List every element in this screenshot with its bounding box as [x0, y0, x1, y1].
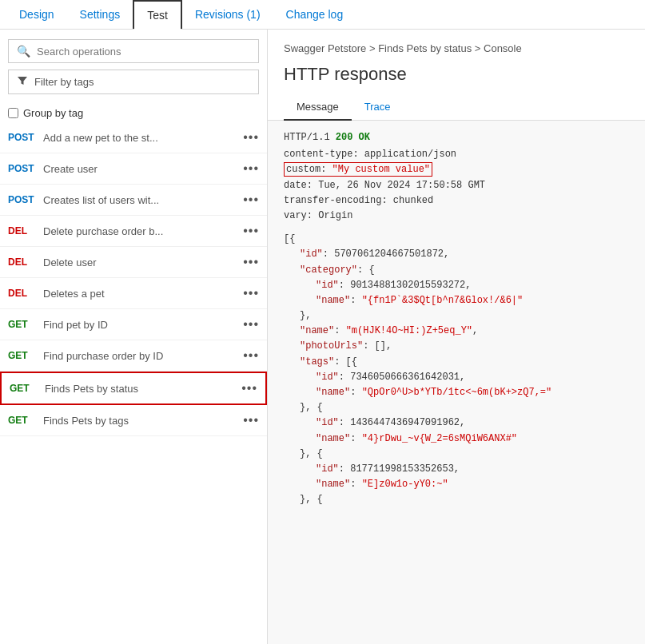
method-badge-post-3: POST [8, 194, 37, 205]
method-badge-del-3: DEL [8, 288, 37, 299]
op-name-creates-list: Creates list of users wit... [43, 194, 237, 206]
tab-settings[interactable]: Settings [67, 0, 133, 29]
json-line-id1: "id": 5707061204667501872, [300, 247, 629, 262]
tab-changelog[interactable]: Change log [273, 0, 356, 29]
json-line-tag3-name: "name": "E]z0w1o-yY0:~" [316, 477, 629, 492]
op-item-del-order[interactable]: DEL Delete purchase order b... ••• [0, 216, 267, 247]
operations-list: POST Add a new pet to the st... ••• POST… [0, 122, 267, 644]
json-response-body: [{ "id": 5707061204667501872, "category"… [284, 232, 629, 507]
http-status-line: HTTP/1.1 200 OK [284, 130, 629, 145]
json-line-tag3-id: "id": 817711998153352653, [316, 462, 629, 477]
group-by-row: Group by tag [0, 99, 267, 122]
json-line-cat-name: "name": "{fn1P`&3$Qt[b^n7&Glox!/&6|" [316, 293, 629, 308]
custom-header-bordered: custom: "My custom value" [284, 162, 432, 177]
method-badge-get-3: GET [10, 383, 38, 394]
op-item-finds-pets-tags[interactable]: GET Finds Pets by tags ••• [0, 405, 267, 436]
method-badge-post-2: POST [8, 163, 37, 174]
op-dots-8[interactable]: ••• [243, 348, 259, 363]
json-line-cat-id: "id": 90134881302015593272, [316, 278, 629, 293]
op-name-del-order: Delete purchase order b... [43, 225, 237, 237]
op-item-create-users-list[interactable]: POST Creates list of users wit... ••• [0, 185, 267, 216]
op-dots-1[interactable]: ••• [243, 130, 259, 145]
response-title: HTTP response [268, 61, 645, 94]
tab-design[interactable]: Design [6, 0, 67, 29]
header-date: date: Tue, 26 Nov 2024 17:50:58 GMT [284, 178, 629, 193]
json-line-name: "name": "m(HJK!4O~HI:)Z+5eq_Y", [300, 324, 629, 339]
sub-tab-message[interactable]: Message [284, 94, 352, 121]
op-name-finds-pets-tags: Finds Pets by tags [43, 415, 237, 427]
method-badge-del-2: DEL [8, 256, 37, 268]
json-line-photo-urls: "photoUrls": [], [300, 339, 629, 354]
method-badge-get-4: GET [8, 415, 37, 426]
method-badge-post-1: POST [8, 132, 37, 143]
group-by-checkbox[interactable] [8, 108, 18, 118]
group-by-label: Group by tag [23, 107, 83, 119]
left-panel: 🔍 Filter by tags Group by tag POST Add a… [0, 30, 268, 644]
method-badge-del-1: DEL [8, 225, 37, 237]
header-tabs: Design Settings Test Revisions (1) Chang… [0, 0, 645, 30]
header-custom: custom: "My custom value" [284, 162, 629, 177]
op-dots-6[interactable]: ••• [243, 286, 259, 300]
http-prefix: HTTP/1.1 [284, 132, 336, 143]
op-name-del-user: Delete user [43, 256, 237, 268]
json-line-tag2-name: "name": "4}rDwu_~v{W_2=6sMQiW6ANX#" [316, 431, 629, 447]
search-input[interactable] [37, 46, 250, 58]
op-dots-10[interactable]: ••• [243, 413, 259, 427]
op-name-find-pet-id: Find pet by ID [43, 319, 237, 331]
op-name-finds-pets-status: Finds Pets by status [45, 383, 235, 395]
op-name-find-order-id: Find purchase order by ID [43, 350, 237, 362]
response-content-area: HTTP/1.1 200 OK content-type: applicatio… [268, 121, 645, 644]
op-item-del-pet[interactable]: DEL Deletes a pet ••• [0, 278, 267, 309]
search-box-container: 🔍 [8, 39, 259, 63]
op-dots-5[interactable]: ••• [243, 255, 259, 269]
op-name-del-pet: Deletes a pet [43, 288, 237, 300]
json-line-tag2-close: }, { [300, 447, 629, 462]
search-area: 🔍 Filter by tags [0, 30, 267, 99]
json-line-tag2-id: "id": 1436447436947091962, [316, 415, 629, 431]
filter-box[interactable]: Filter by tags [8, 70, 259, 94]
op-dots-3[interactable]: ••• [243, 193, 259, 207]
status-code: 200 OK [336, 132, 370, 143]
json-line-category-open: "category": { [300, 263, 629, 278]
op-name-create-user: Create user [43, 163, 237, 175]
op-dots-9[interactable]: ••• [241, 381, 257, 396]
header-transfer-encoding: transfer-encoding: chunked [284, 193, 629, 209]
op-dots-7[interactable]: ••• [243, 317, 259, 332]
method-badge-get-2: GET [8, 350, 37, 361]
method-badge-get-1: GET [8, 319, 37, 330]
breadcrumb: Swagger Petstore > Finds Pets by status … [268, 30, 645, 61]
json-line-tag1-close: }, { [300, 400, 629, 415]
right-panel: Swagger Petstore > Finds Pets by status … [268, 30, 645, 644]
op-item-del-user[interactable]: DEL Delete user ••• [0, 247, 267, 278]
custom-header-label: custom: [286, 164, 332, 175]
search-icon: 🔍 [17, 45, 30, 58]
json-line-tags-open: "tags": [{ [300, 355, 629, 370]
op-dots-4[interactable]: ••• [243, 224, 259, 238]
json-line-1: [{ [284, 232, 629, 247]
header-vary: vary: Origin [284, 209, 629, 224]
filter-label: Filter by tags [34, 76, 94, 88]
sub-tabs: Message Trace [268, 94, 645, 121]
op-name-add-pet: Add a new pet to the st... [43, 132, 237, 144]
op-item-find-order-id[interactable]: GET Find purchase order by ID ••• [0, 340, 267, 372]
json-line-tag1-name: "name": "QpOr0^U>b*YTb/1tc<~6m(bK+>zQ7,=… [316, 385, 629, 400]
op-item-finds-pets-status[interactable]: GET Finds Pets by status ••• [0, 372, 267, 405]
op-item-find-pet-id[interactable]: GET Find pet by ID ••• [0, 309, 267, 340]
main-layout: 🔍 Filter by tags Group by tag POST Add a… [0, 30, 645, 644]
op-item-add-pet[interactable]: POST Add a new pet to the st... ••• [0, 122, 267, 153]
op-dots-2[interactable]: ••• [243, 161, 259, 176]
header-content-type: content-type: application/json [284, 147, 629, 162]
json-line-tag3-close: }, { [300, 492, 629, 507]
json-line-tag1-id: "id": 7346050666361642031, [316, 370, 629, 385]
sub-tab-trace[interactable]: Trace [352, 94, 404, 121]
json-line-category-close: }, [300, 308, 629, 324]
tab-test[interactable]: Test [133, 0, 182, 29]
filter-icon [17, 75, 28, 89]
tab-revisions[interactable]: Revisions (1) [182, 0, 273, 29]
custom-header-value: "My custom value" [332, 164, 430, 175]
op-item-create-user[interactable]: POST Create user ••• [0, 153, 267, 185]
